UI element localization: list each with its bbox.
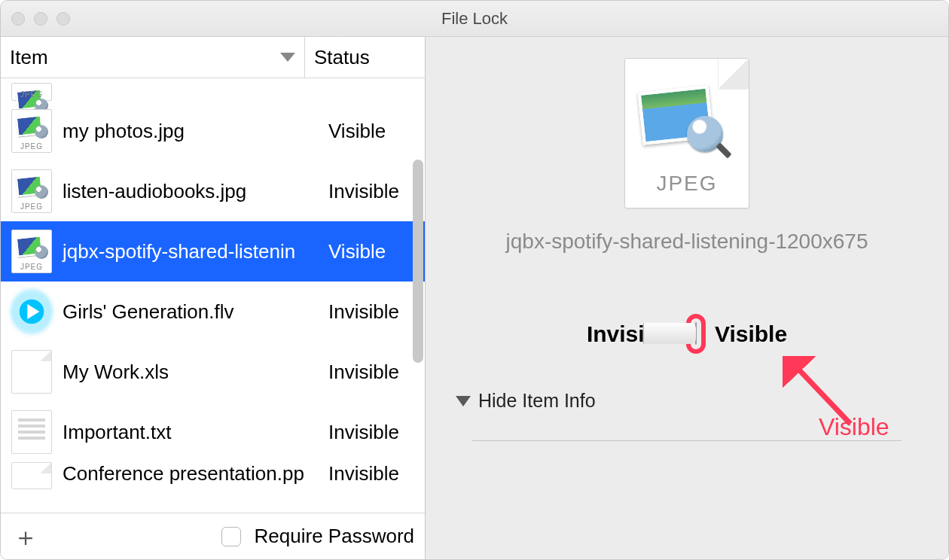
- traffic-zoom[interactable]: [56, 12, 70, 26]
- column-header-item[interactable]: Item: [1, 37, 305, 78]
- column-header-status-label: Status: [314, 46, 370, 69]
- file-icon: JPEG: [11, 83, 52, 101]
- file-icon: [11, 462, 52, 489]
- column-header-item-label: Item: [10, 46, 48, 69]
- file-icon: JPEG: [11, 230, 52, 273]
- hide-item-info-label: Hide Item Info: [478, 390, 596, 412]
- table-row[interactable]: Important.txt Invisible: [1, 402, 425, 462]
- column-header-status[interactable]: Status: [305, 37, 425, 78]
- file-icon: JPEG: [11, 169, 52, 213]
- file-type-tag: JPEG: [625, 172, 749, 196]
- table-row[interactable]: Girls' Generation.flv Invisible: [1, 282, 425, 342]
- file-status: Invisible: [319, 180, 425, 203]
- file-status: Invisible: [319, 300, 425, 324]
- file-name: jqbx-spotify-shared-listenin: [52, 240, 319, 263]
- visibility-toggle[interactable]: [695, 322, 697, 345]
- visible-label: Visible: [715, 321, 787, 347]
- table-row[interactable]: My Work.xls Invisible: [1, 342, 425, 402]
- titlebar: File Lock: [1, 1, 948, 37]
- selected-file-name: jqbx-spotify-shared-listening-1200x675: [476, 230, 898, 254]
- file-name: Girls' Generation.flv: [52, 300, 319, 324]
- file-name: listen-audiobooks.jpg: [52, 180, 319, 203]
- file-list[interactable]: JPEG JPEG my photos.jpg Visible JPEG lis…: [1, 78, 425, 513]
- list-footer: ＋ Require Password: [1, 513, 425, 559]
- table-row[interactable]: Conference presentation.pp Invisible: [1, 462, 425, 494]
- require-password-label: Require Password: [255, 525, 414, 548]
- file-name: Conference presentation.pp: [52, 462, 319, 485]
- app-window: File Lock Item Status JPEG JPEG: [0, 0, 949, 560]
- traffic-close[interactable]: [11, 12, 25, 26]
- file-status: Visible: [319, 240, 425, 263]
- detail-panel: JPEG jqbx-spotify-shared-listening-1200x…: [426, 37, 948, 559]
- file-name: my photos.jpg: [52, 120, 319, 143]
- file-status: Invisible: [319, 421, 425, 444]
- table-row[interactable]: JPEG listen-audiobooks.jpg Invisible: [1, 161, 425, 221]
- file-list-panel: Item Status JPEG JPEG my photos.jpg Visi…: [1, 37, 426, 559]
- table-row[interactable]: JPEG jqbx-spotify-shared-listenin Visibl…: [1, 221, 425, 282]
- table-row[interactable]: JPEG my photos.jpg Visible: [1, 101, 425, 161]
- add-button[interactable]: ＋: [11, 522, 40, 551]
- file-icon: [11, 290, 52, 333]
- toggle-knob: [695, 323, 696, 344]
- file-status: Invisible: [319, 361, 425, 384]
- file-icon: [11, 350, 52, 394]
- file-icon: JPEG: [11, 109, 52, 153]
- require-password-checkbox[interactable]: [221, 527, 241, 546]
- visibility-toggle-area: Invisible Visible Visible: [587, 314, 787, 354]
- file-name: My Work.xls: [52, 361, 319, 384]
- disclosure-triangle-icon: [456, 396, 471, 406]
- file-name: Important.txt: [52, 421, 319, 444]
- window-title: File Lock: [1, 9, 948, 29]
- file-icon: [11, 410, 52, 454]
- hide-item-info-toggle[interactable]: Hide Item Info: [456, 390, 596, 412]
- file-status: Invisible: [319, 462, 425, 485]
- file-status: Visible: [319, 120, 425, 143]
- sort-indicator-icon: [280, 53, 295, 62]
- table-row[interactable]: JPEG: [1, 78, 425, 101]
- traffic-minimize[interactable]: [34, 12, 47, 26]
- file-preview-icon: JPEG: [624, 58, 749, 208]
- annotation-label: Visible: [819, 413, 889, 441]
- annotation-highlight: [686, 314, 706, 354]
- table-header: Item Status: [1, 37, 425, 78]
- scrollbar-thumb[interactable]: [413, 160, 423, 363]
